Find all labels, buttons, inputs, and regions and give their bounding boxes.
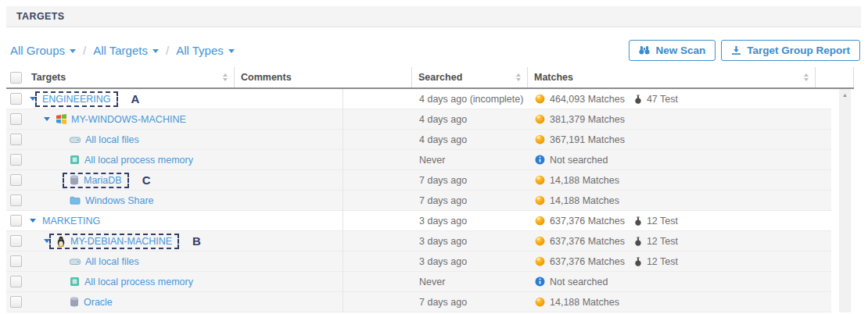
select-all-checkbox[interactable] — [10, 72, 22, 84]
target-link[interactable]: MY-WINDOWS-MACHINE — [71, 114, 186, 125]
download-report-icon — [731, 45, 741, 55]
target-group-report-button[interactable]: Target Group Report — [721, 40, 860, 61]
target-link[interactable]: MARKETING — [42, 216, 100, 227]
table-row[interactable]: MARKETING 3 days ago 637,376 Matches12 T… — [6, 211, 831, 231]
searched-cell: 3 days ago — [412, 236, 528, 247]
table-row[interactable]: All local process memory Never Not searc… — [6, 150, 831, 170]
row-checkbox[interactable] — [10, 235, 22, 247]
row-checkbox[interactable] — [10, 113, 22, 125]
table-row[interactable]: MY-WINDOWS-MACHINE 4 days ago 381,379 Ma… — [6, 109, 831, 130]
matches-cell: 14,188 Matches — [528, 175, 816, 186]
filter-all-groups-label: All Groups — [10, 44, 65, 57]
sort-icon[interactable] — [516, 73, 521, 81]
target-link[interactable]: Windows Share — [85, 195, 154, 206]
column-header-searched[interactable]: Searched — [412, 67, 528, 87]
searched-cell: 7 days ago — [412, 175, 528, 186]
expand-caret-icon[interactable] — [44, 117, 50, 121]
target-cell: Oracle — [25, 297, 235, 308]
match-count: 637,376 Matches — [550, 236, 625, 247]
match-icon — [535, 297, 545, 307]
target-link[interactable]: All local process memory — [84, 155, 193, 166]
sort-icon[interactable] — [223, 73, 228, 81]
target-link[interactable]: Oracle — [84, 297, 113, 308]
searched-cell: 3 days ago — [412, 256, 528, 267]
table-row[interactable]: All local files 3 days ago 637,376 Match… — [6, 252, 831, 272]
table-row[interactable]: ENGINEERING A 4 days ago (incomplete) 46… — [6, 89, 831, 109]
target-link[interactable]: MY-DEBIAN-MACHINE — [70, 236, 172, 247]
table-row[interactable]: Windows Share 7 days ago 14,188 Matches — [6, 191, 831, 211]
row-checkbox[interactable] — [10, 93, 22, 105]
matches-cell: Not searched — [528, 155, 816, 166]
column-header-comments[interactable]: Comments — [235, 67, 412, 87]
searched-cell: 7 days ago — [412, 297, 528, 308]
target-cell: MARKETING — [25, 216, 235, 227]
new-scan-button[interactable]: New Scan — [629, 40, 716, 61]
target-cell: All local files — [25, 256, 235, 267]
target-link[interactable]: All local files — [85, 134, 139, 145]
target-name-group: ENGINEERING — [35, 91, 118, 107]
target-name-group: MY-DEBIAN-MACHINE — [49, 234, 179, 249]
match-icon — [535, 114, 545, 124]
breadcrumb-separator: / — [83, 44, 86, 57]
column-header-targets[interactable]: Targets — [25, 67, 235, 87]
filter-all-targets[interactable]: All Targets — [93, 44, 159, 57]
matches-cell: 381,379 Matches — [528, 114, 816, 125]
row-checkbox-cell — [6, 296, 25, 308]
row-checkbox[interactable] — [10, 296, 22, 308]
test-count: 12 Test — [647, 216, 678, 227]
filter-all-groups[interactable]: All Groups — [10, 44, 76, 57]
row-checkbox[interactable] — [10, 134, 22, 145]
table-body: ENGINEERING A 4 days ago (incomplete) 46… — [6, 89, 831, 312]
searched-column-label: Searched — [418, 72, 462, 83]
match-count: 14,188 Matches — [550, 195, 619, 206]
not-searched-text: Not searched — [550, 155, 608, 166]
hard-drive-icon — [70, 134, 81, 145]
target-link[interactable]: All local files — [85, 256, 139, 267]
table-row[interactable]: Oracle 7 days ago 14,188 Matches — [6, 292, 831, 312]
not-searched-text: Not searched — [550, 277, 608, 287]
matches-cell: 637,376 Matches12 Test — [528, 236, 816, 247]
target-link[interactable]: All local process memory — [84, 277, 193, 287]
sort-icon[interactable] — [804, 73, 809, 81]
filter-all-types[interactable]: All Types — [176, 44, 235, 57]
column-header-matches[interactable]: Matches — [528, 67, 816, 87]
page-titlebar: TARGETS — [6, 6, 861, 27]
filter-all-types-label: All Types — [176, 44, 224, 57]
row-checkbox-cell — [6, 93, 25, 105]
table-row[interactable]: All local process memory Never Not searc… — [6, 272, 831, 292]
target-link[interactable]: MariaDB — [84, 175, 122, 186]
row-checkbox[interactable] — [10, 276, 22, 287]
row-checkbox-cell — [6, 235, 25, 247]
match-count: 637,376 Matches — [550, 216, 625, 227]
searched-cell: Never — [412, 155, 528, 166]
row-checkbox[interactable] — [10, 154, 22, 166]
table-row[interactable]: MariaDB C 7 days ago 14,188 Matches — [6, 170, 831, 191]
vertical-scrollbar[interactable]: ▲ — [839, 89, 851, 312]
row-checkbox[interactable] — [10, 194, 22, 206]
matches-column-label: Matches — [534, 72, 573, 83]
match-icon — [535, 195, 545, 205]
table-row[interactable]: MY-DEBIAN-MACHINE B 3 days ago 637,376 M… — [6, 231, 831, 252]
scroll-up-arrow[interactable]: ▲ — [842, 92, 848, 98]
match-icon — [535, 175, 545, 185]
target-name-group: MARKETING — [42, 216, 100, 227]
table-row[interactable]: All local files 4 days ago 367,191 Match… — [6, 130, 831, 150]
database-icon — [70, 175, 79, 185]
row-checkbox[interactable] — [10, 255, 22, 267]
row-checkbox[interactable] — [10, 215, 22, 227]
searched-cell: 4 days ago — [412, 134, 528, 145]
match-icon — [535, 94, 545, 104]
page-title: TARGETS — [16, 11, 65, 22]
target-cell: All local process memory — [25, 155, 235, 166]
expand-caret-icon[interactable] — [30, 219, 36, 223]
database-icon — [70, 297, 79, 307]
target-link[interactable]: ENGINEERING — [42, 94, 111, 105]
row-checkbox[interactable] — [10, 174, 22, 186]
folder-icon — [70, 195, 81, 205]
target-name-group: MY-WINDOWS-MACHINE — [56, 114, 186, 125]
target-cell: ENGINEERING A — [25, 91, 235, 107]
target-name-group: All local files — [70, 256, 139, 267]
matches-cell: 464,093 Matches47 Test — [528, 94, 816, 105]
filter-breadcrumb: All Groups / All Targets / All Types — [6, 44, 235, 57]
row-checkbox-cell — [6, 174, 25, 186]
